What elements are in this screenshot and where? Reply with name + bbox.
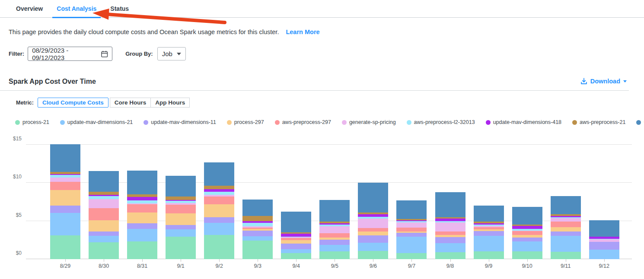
stacked-bar-9-11[interactable] [551,196,581,259]
bar-segment-update-mav-dimensions-21[interactable] [50,213,80,235]
bar-segment-update-mav-dimensions-21[interactable] [319,245,350,251]
bar-segment-update-mav-dimensions-11[interactable] [242,231,273,236]
bar-segment-Other[interactable] [127,171,157,194]
bar-segment-process-21[interactable] [50,235,80,259]
bar-segment-process-21[interactable] [551,252,581,259]
bar-segment-process-21[interactable] [204,235,234,259]
bar-segment-update-mav-dimensions-21[interactable] [242,236,273,241]
bar-segment-process-21[interactable] [512,251,542,259]
bar-segment-update-mav-dimensions-21[interactable] [127,229,157,241]
bar-segment-process-297[interactable] [358,231,388,235]
bar-segment-aws-preprocess-l2-32013[interactable] [127,200,157,203]
bar-segment-aws-preprocess-297[interactable] [512,231,542,235]
bar-segment-process-297[interactable] [551,227,581,231]
bar-segment-update-mav-dimensions-21[interactable] [512,241,542,251]
bar-segment-process-21[interactable] [281,253,311,259]
bar-segment-generate-sp-pricing[interactable] [319,226,350,233]
bar-segment-process-297[interactable] [127,212,157,223]
bar-segment-update-mav-dimensions-21[interactable] [435,243,465,252]
bar-segment-generate-sp-pricing[interactable] [50,178,80,182]
download-button[interactable]: Download [580,78,627,85]
bar-segment-Other[interactable] [319,200,350,222]
stacked-bar-9-10[interactable] [512,207,542,259]
bar-segment-Other[interactable] [242,200,273,216]
legend-item[interactable]: update-mav-dimensions-21 [60,119,133,125]
learn-more-link[interactable]: Learn More [286,29,319,35]
metric-cloud-compute-costs-button[interactable]: Cloud Compute Costs [38,98,108,108]
bar-segment-aws-preprocess-l2-32013[interactable] [204,192,234,195]
stacked-bar-9-9[interactable] [474,206,504,259]
tab-overview[interactable]: Overview [15,0,44,18]
legend-item[interactable]: update-mav-dimensions-418 [486,119,561,125]
bar-segment-update-mav-dimensions-11[interactable] [166,225,196,229]
bar-segment-aws-preprocess-21[interactable] [204,186,234,189]
bar-segment-update-mav-dimensions-418[interactable] [127,197,157,200]
bar-segment-aws-preprocess-297[interactable] [127,204,157,212]
bar-segment-generate-sp-pricing[interactable] [551,218,581,222]
bar-segment-process-297[interactable] [50,190,80,206]
bar-segment-update-mav-dimensions-21[interactable] [166,229,196,237]
bar-segment-process-297[interactable] [166,213,196,225]
stacked-bar-9-3[interactable] [242,200,273,259]
stacked-bar-9-7[interactable] [396,200,427,259]
bar-segment-Other[interactable] [551,196,581,214]
bar-segment-update-mav-dimensions-11[interactable] [551,231,581,236]
bar-segment-generate-sp-pricing[interactable] [89,199,119,208]
legend-item[interactable]: aws-preprocess-21 [572,119,625,125]
bar-segment-process-21[interactable] [127,241,157,259]
bar-segment-update-mav-dimensions-21[interactable] [281,249,311,253]
bar-segment-aws-preprocess-21[interactable] [242,216,273,221]
bar-segment-update-mav-dimensions-11[interactable] [435,237,465,243]
legend-item[interactable]: Other [636,119,644,125]
bar-segment-aws-preprocess-21[interactable] [166,197,196,200]
bar-segment-aws-preprocess-297[interactable] [435,231,465,235]
bar-segment-update-mav-dimensions-11[interactable] [89,231,119,236]
stacked-bar-9-6[interactable] [358,183,388,259]
tab-status[interactable]: Status [109,0,130,18]
bar-segment-update-mav-dimensions-21[interactable] [589,250,619,259]
metric-core-hours-button[interactable]: Core Hours [110,98,151,108]
bar-segment-update-mav-dimensions-21[interactable] [396,237,427,253]
stacked-bar-9-8[interactable] [435,192,465,259]
date-range-picker[interactable]: 08/29/2023 - 09/12/2023 [28,47,112,61]
bar-segment-process-21[interactable] [319,251,350,259]
bar-segment-process-21[interactable] [358,251,388,259]
stacked-bar-9-4[interactable] [281,212,311,259]
bar-segment-update-mav-dimensions-11[interactable] [358,235,388,243]
bar-segment-aws-preprocess-297[interactable] [50,182,80,190]
bar-segment-update-mav-dimensions-11[interactable] [127,223,157,229]
bar-segment-process-297[interactable] [89,220,119,231]
bar-segment-aws-preprocess-297[interactable] [204,197,234,204]
bar-segment-Other[interactable] [358,183,388,212]
bar-segment-process-297[interactable] [281,240,311,244]
bar-segment-update-mav-dimensions-418[interactable] [512,226,542,229]
bar-segment-Other[interactable] [589,220,619,237]
stacked-bar-9-5[interactable] [319,200,350,259]
group-by-select[interactable]: Job [157,47,186,60]
bar-segment-Other[interactable] [281,212,311,232]
bar-segment-process-21[interactable] [474,251,504,259]
bar-segment-aws-preprocess-297[interactable] [396,228,427,231]
bar-segment-update-mav-dimensions-11[interactable] [319,240,350,245]
stacked-bar-9-1[interactable] [166,176,196,259]
bar-segment-update-mav-dimensions-21[interactable] [551,236,581,252]
bar-segment-process-21[interactable] [89,242,119,259]
bar-segment-aws-preprocess-l2-32013[interactable] [242,223,273,226]
bar-segment-update-mav-dimensions-11[interactable] [474,231,504,236]
bar-segment-process-297[interactable] [204,204,234,217]
bar-segment-update-mav-dimensions-21[interactable] [474,236,504,251]
stacked-bar-9-12[interactable] [589,220,619,259]
bar-segment-aws-preprocess-297[interactable] [358,228,388,231]
bar-segment-generate-sp-pricing[interactable] [435,222,465,231]
bar-segment-update-mav-dimensions-21[interactable] [358,243,388,251]
bar-segment-process-21[interactable] [166,237,196,259]
bar-segment-Other[interactable] [474,206,504,222]
legend-item[interactable]: update-mav-dimensions-11 [143,119,216,125]
bar-segment-Other[interactable] [166,176,196,197]
bar-segment-aws-preprocess-21[interactable] [89,192,119,195]
legend-item[interactable]: process-297 [227,119,264,125]
bar-segment-Other[interactable] [435,192,465,217]
bar-segment-aws-preprocess-297[interactable] [319,233,350,238]
legend-item[interactable]: generate-sp-pricing [342,119,396,125]
bar-segment-Other[interactable] [396,200,427,219]
